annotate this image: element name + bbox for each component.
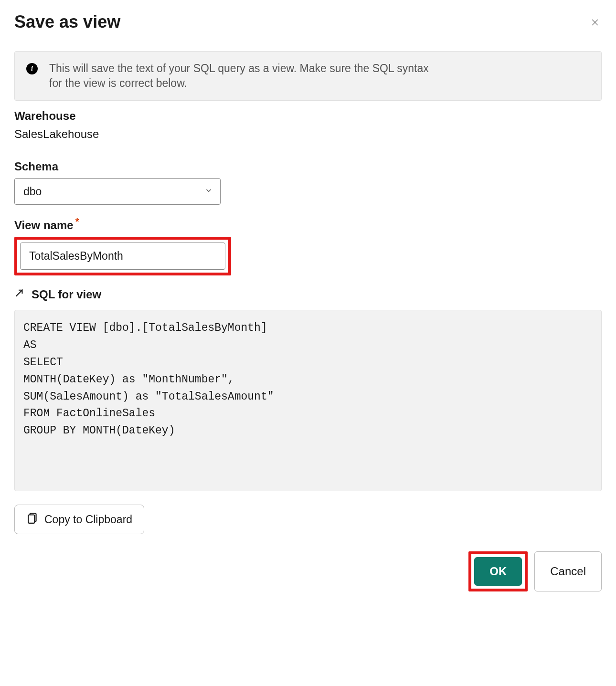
info-banner: i This will save the text of your SQL qu… (14, 51, 602, 101)
schema-section: Schema dbo (14, 160, 602, 205)
close-button[interactable] (588, 16, 602, 31)
action-row: OK Cancel (14, 551, 602, 591)
info-text: This will save the text of your SQL quer… (49, 61, 441, 91)
view-name-input[interactable] (20, 243, 225, 270)
view-name-label: View name* (14, 216, 602, 232)
close-icon (590, 18, 600, 29)
schema-select[interactable]: dbo (14, 178, 221, 205)
warehouse-value: SalesLakehouse (14, 127, 602, 141)
warehouse-section: Warehouse SalesLakehouse (14, 109, 602, 141)
ok-button[interactable]: OK (474, 557, 522, 586)
cancel-button[interactable]: Cancel (534, 551, 602, 591)
view-name-label-text: View name (14, 219, 74, 232)
info-icon: i (26, 63, 38, 74)
view-name-section: View name* (14, 216, 602, 275)
sql-title: SQL for view (32, 288, 101, 301)
copy-to-clipboard-button[interactable]: Copy to Clipboard (14, 505, 144, 534)
sql-header: SQL for view (14, 288, 602, 301)
view-name-highlight (14, 237, 231, 275)
ok-highlight: OK (468, 551, 528, 591)
copy-button-label: Copy to Clipboard (44, 513, 132, 526)
dialog-title: Save as view (14, 12, 120, 32)
warehouse-label: Warehouse (14, 109, 602, 123)
dialog-header: Save as view (14, 12, 602, 32)
svg-rect-1 (28, 515, 34, 523)
collapse-icon[interactable] (14, 288, 25, 301)
schema-label: Schema (14, 160, 602, 173)
sql-textarea[interactable]: CREATE VIEW [dbo].[TotalSalesByMonth] AS… (14, 310, 602, 491)
copy-icon (26, 512, 39, 527)
required-asterisk: * (75, 216, 79, 227)
